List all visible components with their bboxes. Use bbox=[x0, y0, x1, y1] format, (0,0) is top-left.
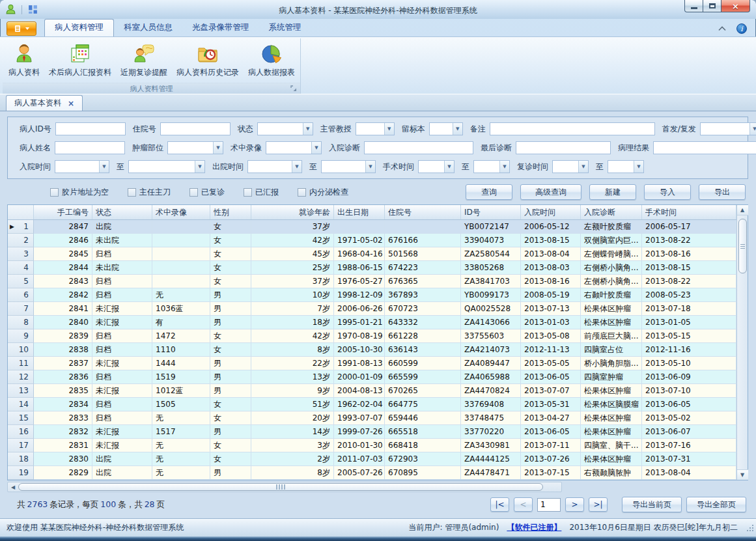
column-header-8[interactable]: 入院时间 bbox=[521, 205, 581, 219]
ribbon-tab-0[interactable]: 病人资料管理 bbox=[44, 19, 114, 36]
row-selector[interactable]: 18 bbox=[8, 452, 34, 466]
checkbox-icon[interactable] bbox=[189, 188, 198, 197]
prev-page-button[interactable]: < bbox=[514, 497, 533, 512]
row-selector[interactable]: 13 bbox=[8, 384, 34, 398]
ribbon-button-1[interactable]: 术后病人汇报资料 bbox=[44, 40, 116, 79]
table-row[interactable]: 172831未汇报无女3岁2010-01-30668418ZA343098120… bbox=[8, 439, 736, 452]
table-row[interactable]: 182830出院无女2岁2011-07-03672903ZA4444125201… bbox=[8, 452, 736, 466]
export-all-pages-button[interactable]: 导出全部页 bbox=[686, 497, 746, 512]
action-button-1[interactable]: 高级查询 bbox=[520, 184, 581, 200]
ribbon-button-0[interactable]: 病人资料 bbox=[4, 40, 44, 79]
filter-dropdown[interactable]: ▼ bbox=[418, 160, 455, 173]
filter-input[interactable] bbox=[490, 122, 655, 135]
filter-dropdown[interactable]: ▼ bbox=[356, 122, 395, 135]
ribbon-button-3[interactable]: 病人资料历史记录 bbox=[172, 40, 244, 79]
vertical-scroll-thumb[interactable] bbox=[738, 219, 747, 273]
maximize-button[interactable] bbox=[703, 0, 721, 12]
table-row[interactable]: ▶12847出院女37岁YB00721472006-05-12左额叶胶质瘤200… bbox=[8, 220, 736, 234]
column-header-6[interactable]: 住院号 bbox=[385, 205, 461, 219]
checkbox-icon[interactable] bbox=[50, 188, 59, 197]
row-selector[interactable]: 3 bbox=[8, 247, 34, 261]
dropdown-arrow-icon[interactable]: ▼ bbox=[453, 123, 462, 135]
action-button-4[interactable]: 导出 bbox=[699, 184, 746, 200]
table-row[interactable]: 72841未汇报1036蓝男7岁2006-06-26670723QA002552… bbox=[8, 302, 736, 316]
page-number-input[interactable] bbox=[537, 498, 561, 512]
row-selector[interactable]: 12 bbox=[8, 370, 34, 384]
dialog-launcher-icon[interactable] bbox=[290, 85, 298, 92]
tab-patient-basic-info[interactable]: 病人基本资料 × bbox=[6, 95, 83, 111]
filter-dropdown[interactable]: ▼ bbox=[247, 160, 302, 173]
filter-dropdown[interactable]: ▼ bbox=[608, 160, 644, 173]
tab-close-icon[interactable]: × bbox=[68, 100, 74, 107]
scroll-up-icon[interactable]: ▲ bbox=[737, 205, 748, 215]
checkbox-option-0[interactable]: 胶片地址为空 bbox=[50, 187, 109, 198]
dropdown-arrow-icon[interactable]: ▼ bbox=[365, 161, 375, 173]
filter-input[interactable] bbox=[653, 141, 756, 154]
info-icon[interactable]: i bbox=[736, 23, 747, 34]
dropdown-arrow-icon[interactable]: ▼ bbox=[311, 142, 321, 154]
column-header-2[interactable]: 术中录像 bbox=[152, 205, 210, 219]
row-selector[interactable]: 15 bbox=[8, 411, 34, 425]
dropdown-arrow-icon[interactable]: ▼ bbox=[444, 161, 454, 173]
filter-dropdown[interactable]: ▼ bbox=[128, 160, 205, 173]
filter-input[interactable] bbox=[55, 141, 125, 154]
row-selector[interactable]: 8 bbox=[8, 316, 34, 329]
filter-input[interactable] bbox=[160, 122, 231, 135]
row-selector[interactable]: 6 bbox=[8, 288, 34, 302]
scroll-left-icon[interactable]: ◀ bbox=[8, 482, 18, 492]
dropdown-arrow-icon[interactable]: ▼ bbox=[195, 161, 204, 173]
filter-input[interactable] bbox=[516, 141, 611, 154]
next-page-button[interactable]: > bbox=[565, 497, 584, 512]
action-button-2[interactable]: 新建 bbox=[589, 184, 636, 200]
registered-link[interactable]: 【软件已注册】 bbox=[507, 522, 561, 533]
column-header-0[interactable]: 手工编号 bbox=[34, 205, 92, 219]
row-selector[interactable]: 10 bbox=[8, 343, 34, 357]
table-row[interactable]: 32845归档女45岁1968-04-16501568ZA25805442013… bbox=[8, 247, 736, 261]
table-row[interactable]: 122836归档1519男13岁2000-01-09665599ZA406598… bbox=[8, 370, 736, 384]
column-header-9[interactable]: 入院诊断 bbox=[581, 205, 642, 219]
dropdown-arrow-icon[interactable]: ▼ bbox=[99, 161, 109, 173]
checkbox-icon[interactable] bbox=[298, 188, 306, 197]
row-selector[interactable]: ▶1 bbox=[8, 220, 34, 234]
table-row[interactable]: 22846未出院女42岁1971-05-02676166339040732013… bbox=[8, 234, 736, 247]
row-selector[interactable]: 11 bbox=[8, 357, 34, 370]
column-header-10[interactable]: 手术时间 bbox=[642, 205, 736, 219]
dropdown-arrow-icon[interactable]: ▼ bbox=[292, 161, 301, 173]
ribbon-tab-3[interactable]: 系统管理 bbox=[259, 19, 311, 36]
table-row[interactable]: 192829出院无男8岁2005-07-26670895ZA4478471201… bbox=[8, 466, 736, 480]
table-row[interactable]: 152833归档无女20岁1993-07-0765944633748475201… bbox=[8, 411, 736, 425]
row-selector[interactable]: 9 bbox=[8, 329, 34, 343]
scroll-down-icon[interactable]: ▼ bbox=[737, 469, 748, 480]
collapse-ribbon-icon[interactable] bbox=[718, 26, 726, 31]
horizontal-scrollbar[interactable]: ◀ bbox=[7, 482, 562, 492]
layout-icon[interactable] bbox=[27, 4, 38, 15]
table-row[interactable]: 42844未出院女25岁1988-06-15674223338052682013… bbox=[8, 261, 736, 275]
filter-dropdown[interactable]: ▼ bbox=[167, 141, 223, 154]
column-header-5[interactable]: 出生日期 bbox=[334, 205, 385, 219]
checkbox-option-2[interactable]: 已复诊 bbox=[189, 187, 225, 198]
filter-dropdown[interactable]: ▼ bbox=[552, 160, 589, 173]
ribbon-tab-2[interactable]: 光盘录像带管理 bbox=[182, 19, 259, 36]
row-selector[interactable]: 14 bbox=[8, 398, 34, 411]
ribbon-button-2[interactable]: 近期复诊提醒 bbox=[116, 40, 172, 79]
action-button-0[interactable]: 查询 bbox=[466, 184, 512, 200]
filter-dropdown[interactable]: ▼ bbox=[473, 160, 510, 173]
app-menu-button[interactable] bbox=[7, 21, 36, 36]
resize-grip-icon[interactable] bbox=[746, 524, 754, 534]
column-header-4[interactable]: 就诊年龄 bbox=[251, 205, 334, 219]
export-current-page-button[interactable]: 导出当前页 bbox=[622, 497, 682, 512]
table-row[interactable]: 132835未汇报1012蓝男9岁2004-08-13670265ZA44708… bbox=[8, 384, 736, 398]
vertical-scrollbar[interactable]: ▲ ▼ bbox=[736, 205, 748, 480]
last-page-button[interactable]: >| bbox=[589, 497, 608, 512]
filter-dropdown[interactable]: ▼ bbox=[700, 122, 756, 135]
dropdown-arrow-icon[interactable]: ▼ bbox=[213, 142, 223, 154]
ribbon-tab-1[interactable]: 科室人员信息 bbox=[114, 19, 182, 36]
action-button-3[interactable]: 导入 bbox=[644, 184, 691, 200]
close-button[interactable]: × bbox=[721, 0, 750, 12]
filter-dropdown[interactable]: ▼ bbox=[257, 122, 313, 135]
checkbox-icon[interactable] bbox=[244, 188, 252, 197]
table-row[interactable]: 82840未汇报有男18岁1995-01-21643332ZA414306620… bbox=[8, 316, 736, 329]
dropdown-arrow-icon[interactable]: ▼ bbox=[303, 123, 313, 135]
filter-dropdown[interactable]: ▼ bbox=[55, 160, 109, 173]
first-page-button[interactable]: |< bbox=[490, 497, 509, 512]
